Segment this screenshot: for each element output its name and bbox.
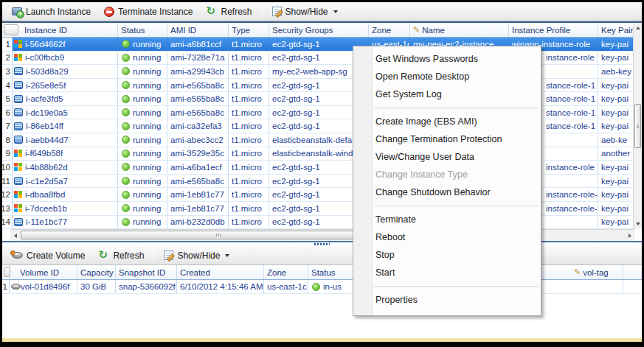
menu-item-terminate[interactable]: Terminate	[353, 211, 541, 228]
table-row[interactable]: 1 vol-01d8496f30 GiBsnap-5366092f6/10/20…	[2, 280, 642, 294]
col-created[interactable]: Created	[177, 265, 264, 279]
key-pair-cell: key-pai	[598, 79, 633, 92]
chevron-down-icon	[333, 10, 338, 13]
status-cell: running	[118, 52, 167, 65]
col-capacity[interactable]: Capacity	[77, 265, 116, 279]
key-pair-cell: another	[598, 147, 633, 161]
select-all-corner[interactable]	[4, 267, 10, 277]
menu-item-get-system-log[interactable]: Get System Log	[353, 85, 541, 103]
col-security-groups[interactable]: Security Groups	[269, 23, 369, 37]
scroll-left-icon[interactable]	[14, 234, 17, 238]
col-name[interactable]: ✎Name	[410, 23, 509, 37]
row-number: 3	[2, 65, 13, 78]
bottom-border	[2, 342, 642, 345]
menu-item-view-change-user-data[interactable]: View/Change User Data	[353, 148, 541, 166]
status-dot-icon	[122, 204, 130, 212]
key-pair-cell: key-pai	[598, 119, 633, 133]
toolbar-separator	[262, 5, 263, 18]
col-zone[interactable]: Zone	[369, 23, 410, 37]
row-number: 7	[2, 119, 13, 133]
row-number: 5	[2, 92, 13, 105]
server-icon	[14, 218, 23, 226]
type-cell: t1.micro	[229, 106, 269, 119]
instance-id-cell: i-f649b58f	[13, 147, 118, 161]
terminate-instance-icon	[104, 7, 114, 17]
ami-id-cell: ami-e565ba8c	[167, 106, 229, 119]
instance-id-cell: i-c00fbcb9	[13, 52, 118, 65]
menu-item-create-image-ebs-ami[interactable]: Create Image (EBS AMI)	[353, 113, 541, 130]
status-cell: running	[118, 175, 167, 188]
row-number: 13	[2, 202, 13, 215]
col-type[interactable]: Type	[229, 23, 269, 37]
status-dot-icon	[122, 136, 130, 144]
scroll-up-icon[interactable]	[636, 27, 640, 29]
col-volume-id[interactable]: Volume ID	[10, 265, 77, 279]
select-all-corner[interactable]	[4, 24, 18, 35]
menu-item-change-instance-type: Change Instance Type	[353, 166, 541, 183]
key-pair-cell: key-pai	[598, 38, 633, 51]
launch-instance-icon	[12, 7, 22, 15]
windows-logo-icon	[14, 163, 22, 171]
scroll-right-icon[interactable]	[629, 234, 631, 238]
col-ami-id[interactable]: AMI ID	[167, 23, 229, 37]
col-snapshot-id[interactable]: Snapshot ID	[116, 265, 177, 279]
instance-id-cell: i-56d4662f	[13, 38, 118, 51]
menu-item-properties[interactable]: Properties	[353, 291, 541, 309]
menu-item-get-windows-passwords[interactable]: Get Windows Passwords	[353, 50, 541, 68]
row-number: 10	[2, 161, 13, 174]
instance-id-text: i-dc19e0a5	[26, 108, 68, 117]
vertical-scrollbar[interactable]	[633, 23, 642, 229]
status-dot-icon	[312, 283, 320, 291]
menu-item-reboot[interactable]: Reboot	[353, 228, 541, 246]
volumes-refresh-label: Refresh	[113, 250, 144, 261]
menu-item-stop[interactable]: Stop	[353, 246, 541, 264]
type-cell: t1.micro	[229, 92, 269, 105]
server-icon	[14, 67, 23, 75]
instance-id-cell: i-acfe3fd5	[13, 92, 118, 105]
refresh-icon	[98, 250, 109, 261]
menu-item-start[interactable]: Start	[353, 264, 541, 281]
refresh-button[interactable]: Refresh	[199, 4, 258, 20]
status-dot-icon	[122, 40, 130, 48]
menu-separator	[374, 108, 539, 108]
col-instance-profile[interactable]: Instance Profile	[509, 23, 598, 37]
ami-id-cell: ami-abec3cc2	[167, 133, 229, 147]
col-key-pair[interactable]: Key Pair	[598, 23, 633, 37]
row-number: 6	[2, 106, 13, 119]
status-dot-icon	[122, 81, 130, 89]
key-pair-cell: key-pai	[598, 175, 633, 188]
snapshot-id-cell: snap-5366092f	[116, 280, 177, 293]
type-cell: t1.micro	[229, 216, 269, 229]
row-number: 1	[2, 38, 13, 51]
type-cell: t1.micro	[229, 133, 269, 147]
type-cell: t1.micro	[229, 175, 269, 188]
server-icon	[14, 177, 23, 185]
status-text: running	[133, 204, 161, 213]
launch-instance-button[interactable]: Launch Instance	[5, 4, 97, 20]
thumb-grip	[637, 125, 639, 128]
instance-id-text: i-aebb44d7	[26, 136, 69, 144]
windows-logo-icon	[14, 150, 22, 158]
menu-separator	[374, 286, 539, 287]
pencil-icon: ✎	[413, 25, 420, 35]
menu-item-open-remote-desktop[interactable]: Open Remote Desktop	[353, 68, 541, 85]
menu-item-change-termination-protection[interactable]: Change Termination Protection	[353, 130, 541, 148]
show-hide-button[interactable]: Show/Hide	[266, 4, 344, 20]
splitter-dots-icon	[314, 243, 330, 245]
type-cell: t1.micro	[229, 188, 269, 201]
windows-logo-icon	[14, 191, 22, 199]
volume-id-text: vol-01d8496f	[21, 282, 70, 291]
show-hide-icon	[164, 250, 173, 260]
status-text: running	[133, 53, 161, 62]
col-zone[interactable]: Zone	[264, 265, 308, 279]
create-volume-button[interactable]: Create Volume	[5, 248, 91, 264]
volumes-show-hide-button[interactable]: Show/Hide	[157, 248, 236, 264]
terminate-instance-button[interactable]: Terminate Instance	[97, 4, 199, 20]
col-instance-id[interactable]: Instance ID	[13, 23, 118, 37]
menu-item-change-shutdown-behavior[interactable]: Change Shutdown Behavior	[353, 183, 541, 201]
vertical-scrollbar-thumb[interactable]	[634, 104, 641, 148]
scroll-down-icon[interactable]	[636, 222, 640, 225]
server-icon	[14, 81, 23, 89]
col-status[interactable]: Status	[118, 23, 167, 37]
volumes-refresh-button[interactable]: Refresh	[91, 248, 150, 264]
